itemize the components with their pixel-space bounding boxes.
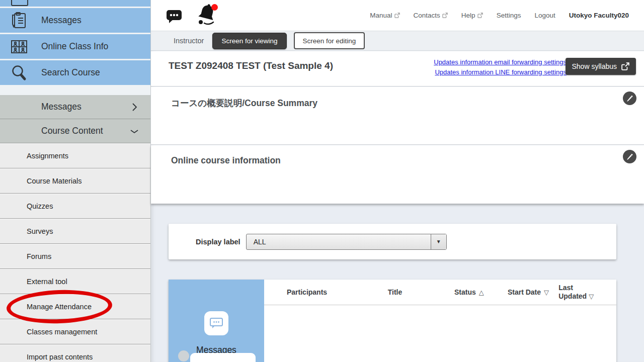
column-header-participants: Participants	[264, 288, 350, 296]
top-nav: Manual Contacts Help Settings Logout Uto…	[370, 0, 629, 31]
pencil-icon	[626, 153, 633, 160]
top-bar: Manual Contacts Help Settings Logout Uto…	[151, 0, 644, 31]
item-label: Course Materials	[27, 177, 82, 185]
pencil-icon	[626, 95, 633, 102]
item-label: Quizzes	[27, 202, 53, 210]
user-name: Utokyo Faculty020	[569, 12, 629, 19]
messages-table: Participants Title Status△ Start Date▽ L…	[264, 280, 616, 362]
sidebar-item-partial[interactable]	[0, 0, 150, 7]
nav-label: Contacts	[414, 12, 440, 19]
sidebar-item-manage-attendance[interactable]: Manage Attendance	[0, 294, 150, 319]
item-label: Assignments	[27, 152, 68, 160]
item-label: Classes management	[27, 328, 97, 336]
line-forwarding-link[interactable]: Updates information LINE forwarding sett…	[435, 68, 567, 76]
display-label-text: Display label	[196, 238, 240, 246]
table-body-empty	[264, 305, 616, 362]
sidebar-item-surveys[interactable]: Surveys	[0, 219, 150, 244]
item-label: Manage Attendance	[27, 303, 92, 311]
nav-logout[interactable]: Logout	[534, 12, 555, 19]
sidebar-item-classes-management[interactable]: Classes management	[0, 319, 150, 344]
sidebar-item-messages-top[interactable]: Messages	[0, 8, 150, 33]
external-link-icon	[394, 13, 400, 18]
sidebar-item-online-class-info[interactable]: Online Class Info	[0, 34, 150, 59]
group-label: Course Content	[41, 126, 103, 136]
course-summary-section: コースの概要説明/Course Summary	[151, 87, 644, 145]
grid-people-icon	[10, 38, 28, 55]
item-label: Import past contents	[27, 353, 93, 361]
sort-asc-icon[interactable]: △	[479, 289, 484, 296]
show-syllabus-button[interactable]: Show syllabus	[566, 58, 636, 75]
external-link-icon	[621, 62, 629, 70]
display-label-select[interactable]: ALL ▼	[246, 234, 447, 250]
section-heading: Online course information	[171, 155, 281, 166]
tile-partial-button[interactable]	[190, 353, 256, 362]
sidebar-item-label: Messages	[41, 15, 82, 26]
column-header-last-updated[interactable]: Last Updated▽	[558, 284, 616, 301]
page: Messages Online Class Info	[0, 0, 644, 362]
sort-desc-icon[interactable]: ▽	[589, 293, 594, 300]
nav-manual[interactable]: Manual	[370, 12, 399, 19]
nav-label: Help	[461, 12, 475, 19]
nav-label: Settings	[497, 12, 521, 19]
edit-online-course-info-button[interactable]	[623, 150, 636, 163]
external-link-icon	[477, 13, 483, 18]
nav-contacts[interactable]: Contacts	[414, 12, 448, 19]
column-header-title: Title	[350, 288, 440, 296]
edit-course-summary-button[interactable]	[623, 92, 636, 105]
messages-panel: Messages Participants Title Status△ Star…	[169, 280, 616, 362]
sidebar-group-course-content[interactable]: Course Content	[0, 119, 150, 143]
screen-for-viewing-button[interactable]: Screen for viewing	[212, 33, 286, 49]
view-mode-bar: Instructor Screen for viewing Screen for…	[151, 31, 644, 51]
memo-icon	[10, 12, 28, 29]
notification-bell-icon[interactable]	[197, 2, 218, 26]
nav-help[interactable]: Help	[461, 12, 483, 19]
button-label: Show syllabus	[572, 62, 617, 70]
course-header: TEST Z092408 TEST (Test Sample 4) Update…	[151, 51, 644, 86]
sidebar-item-import-past-contents[interactable]: Import past contents	[0, 344, 150, 362]
section-heading: コースの概要説明/Course Summary	[171, 97, 317, 109]
nav-settings[interactable]: Settings	[497, 12, 521, 19]
notification-dot	[211, 4, 218, 11]
course-title: TEST Z092408 TEST (Test Sample 4)	[169, 60, 333, 71]
item-label: Surveys	[27, 227, 53, 235]
screen-for-editing-button[interactable]: Screen for editing	[294, 32, 365, 49]
dropdown-arrow-icon[interactable]: ▼	[431, 234, 446, 249]
chat-bubble-icon[interactable]	[166, 9, 182, 24]
item-label: Forums	[27, 252, 51, 260]
chat-bubble-tile-icon	[204, 311, 228, 335]
sidebar: Messages Online Class Info	[0, 0, 151, 362]
forwarding-links: Updates information email forwarding set…	[434, 58, 567, 76]
role-label: Instructor	[174, 37, 204, 45]
sidebar-item-label: Online Class Info	[41, 41, 108, 52]
table-header-row: Participants Title Status△ Start Date▽ L…	[264, 280, 616, 305]
button-label: Screen for editing	[303, 37, 356, 45]
column-header-start-date[interactable]: Start Date▽	[498, 288, 558, 296]
sidebar-item-external-tool[interactable]: External tool	[0, 269, 150, 294]
sidebar-item-assignments[interactable]: Assignments	[0, 143, 150, 168]
sidebar-item-quizzes[interactable]: Quizzes	[0, 194, 150, 219]
button-label: Screen for viewing	[221, 37, 277, 45]
messages-tile[interactable]: Messages	[169, 280, 264, 362]
select-value: ALL	[247, 238, 431, 246]
online-course-info-section: Online course information	[151, 145, 644, 204]
partial-icon	[11, 0, 28, 6]
sidebar-item-course-materials[interactable]: Course Materials	[0, 168, 150, 194]
sidebar-item-search-course[interactable]: Search Course	[0, 60, 150, 85]
group-label: Messages	[41, 102, 82, 112]
tile-partial-circle	[178, 350, 189, 361]
nav-label: Manual	[370, 12, 392, 19]
sidebar-divider-band	[0, 86, 150, 95]
column-header-status[interactable]: Status△	[440, 288, 498, 296]
item-label: External tool	[27, 278, 67, 286]
sidebar-item-forums[interactable]: Forums	[0, 244, 150, 269]
main-content: Manual Contacts Help Settings Logout Uto…	[151, 0, 644, 362]
email-forwarding-link[interactable]: Updates information email forwarding set…	[434, 58, 567, 66]
nav-label: Logout	[534, 12, 555, 19]
search-icon	[10, 64, 28, 81]
sort-desc-icon[interactable]: ▽	[544, 289, 549, 296]
filter-panel: Display label ALL ▼	[169, 224, 616, 259]
sidebar-group-messages[interactable]: Messages	[0, 95, 150, 119]
chevron-down-icon	[129, 126, 139, 136]
sidebar-item-label: Search Course	[41, 67, 100, 78]
chevron-right-icon	[129, 102, 139, 112]
